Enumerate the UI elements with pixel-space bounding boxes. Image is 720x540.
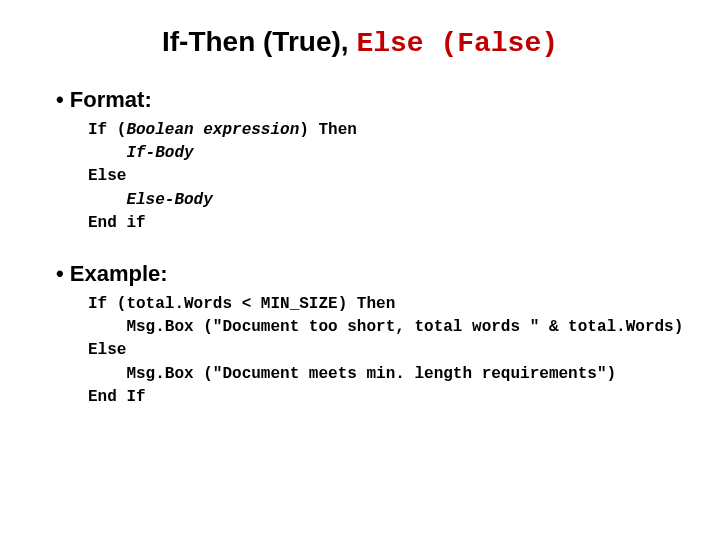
format-line-2: If-Body (88, 144, 194, 162)
slide: If-Then (True), Else (False) Format: If … (0, 0, 720, 540)
format-line-5: End if (88, 214, 146, 232)
format-line-1c: ) Then (299, 121, 357, 139)
format-heading: Format: (56, 87, 152, 112)
format-line-1a: If ( (88, 121, 126, 139)
content-list: Format: If (Boolean expression) Then If-… (30, 87, 690, 409)
format-section: Format: If (Boolean expression) Then If-… (56, 87, 690, 235)
example-codeblock: If (total.Words < MIN_SIZE) Then Msg.Box… (88, 293, 690, 409)
format-codeblock: If (Boolean expression) Then If-Body Els… (88, 119, 690, 235)
example-section: Example: If (total.Words < MIN_SIZE) The… (56, 261, 690, 409)
example-line-5: End If (88, 388, 146, 406)
example-line-4: Msg.Box ("Document meets min. length req… (88, 365, 616, 383)
title-sep: , (341, 26, 357, 57)
slide-title: If-Then (True), Else (False) (30, 26, 690, 59)
title-part1: If-Then (True) (162, 26, 341, 57)
format-line-3: Else (88, 167, 126, 185)
format-line-1b: Boolean expression (126, 121, 299, 139)
example-line-3: Else (88, 341, 126, 359)
format-line-4: Else-Body (88, 191, 213, 209)
title-part2: Else (False) (356, 28, 558, 59)
example-line-1: If (total.Words < MIN_SIZE) Then (88, 295, 395, 313)
example-line-2: Msg.Box ("Document too short, total word… (88, 318, 683, 336)
example-heading: Example: (56, 261, 168, 286)
